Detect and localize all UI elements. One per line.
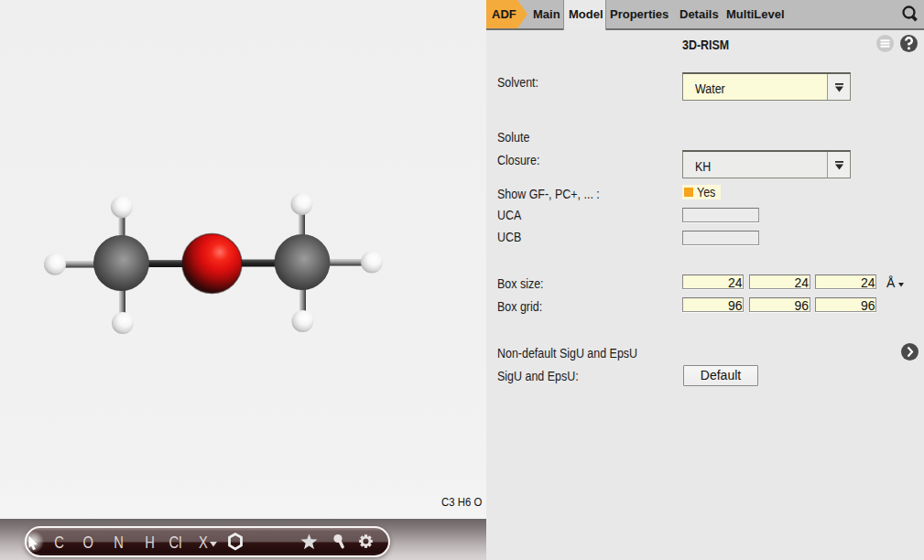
svg-text:C: C: [54, 533, 64, 552]
svg-text:N: N: [114, 533, 124, 552]
svg-text:O: O: [83, 533, 93, 552]
svg-text:H: H: [145, 533, 155, 552]
svg-text:X: X: [199, 533, 208, 552]
svg-text:Cl: Cl: [169, 533, 182, 552]
